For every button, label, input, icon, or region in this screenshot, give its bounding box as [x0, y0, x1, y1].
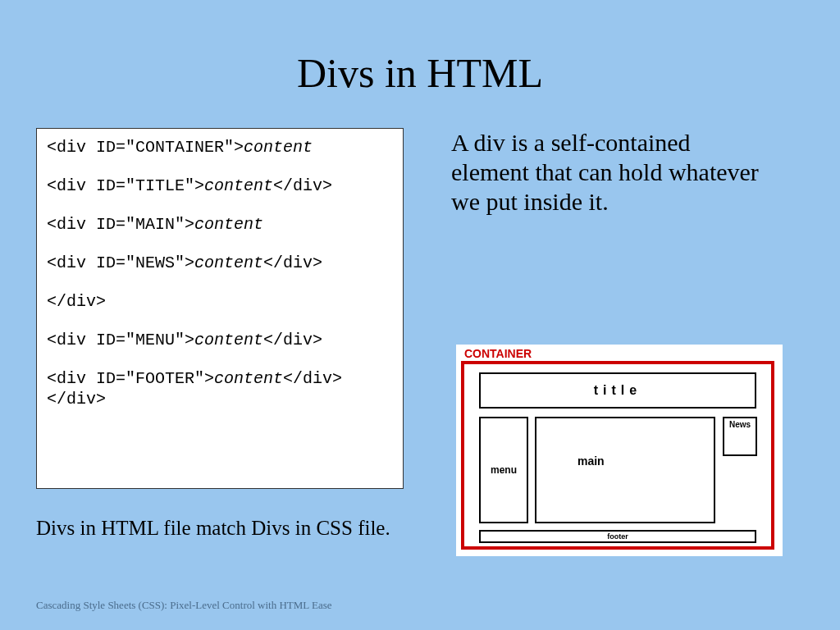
diagram-container-label: CONTAINER — [464, 347, 532, 360]
code-tag-end: </div> — [263, 253, 322, 272]
sub-note-text: Divs in HTML file match Divs in CSS file… — [36, 517, 528, 540]
slide-footer-text: Cascading Style Sheets (CSS): Pixel-Leve… — [36, 599, 332, 612]
diagram-footer-box: footer — [479, 530, 756, 543]
code-content: content — [194, 331, 263, 349]
code-tag: <div ID="TITLE"> — [47, 176, 204, 195]
diagram-main-box: main — [535, 417, 715, 523]
code-line-3: <div ID="MAIN">content — [47, 214, 393, 235]
slide-title: Divs in HTML — [0, 49, 840, 97]
description-text: A div is a self-contained element that c… — [451, 128, 763, 217]
code-line-6: <div ID="MENU">content</div> — [47, 330, 393, 350]
code-line-7: <div ID="FOOTER">content</div></div> — [47, 368, 393, 409]
code-tag: <div ID="FOOTER"> — [47, 369, 214, 388]
diagram-container-box: title menu main News footer — [461, 361, 774, 550]
code-tag-end: </div> — [273, 176, 332, 195]
code-line-2: <div ID="TITLE">content</div> — [47, 176, 393, 196]
diagram-news-box: News — [723, 417, 757, 456]
code-tag: <div ID="MAIN"> — [47, 215, 194, 234]
code-tag: <div ID="CONTAINER"> — [47, 138, 244, 157]
code-tag-end: </div> — [263, 331, 322, 349]
diagram-menu-box: menu — [479, 417, 528, 523]
code-content: content — [214, 369, 283, 388]
code-content: content — [194, 253, 263, 272]
code-box: <div ID="CONTAINER">content <div ID="TIT… — [36, 128, 404, 489]
slide: Divs in HTML <div ID="CONTAINER">content… — [0, 0, 840, 630]
layout-diagram: CONTAINER title menu main News footer — [456, 345, 783, 556]
code-tag-end: </div> — [47, 292, 106, 311]
diagram-title-box: title — [479, 372, 756, 409]
code-line-5: </div> — [47, 291, 393, 312]
code-line-4: <div ID="NEWS">content</div> — [47, 253, 393, 273]
code-line-1: <div ID="CONTAINER">content — [47, 137, 393, 158]
code-content: content — [194, 215, 263, 234]
code-content: content — [204, 176, 273, 195]
code-content: content — [244, 138, 313, 157]
code-tag: <div ID="MENU"> — [47, 331, 194, 349]
code-tag: <div ID="NEWS"> — [47, 253, 194, 272]
